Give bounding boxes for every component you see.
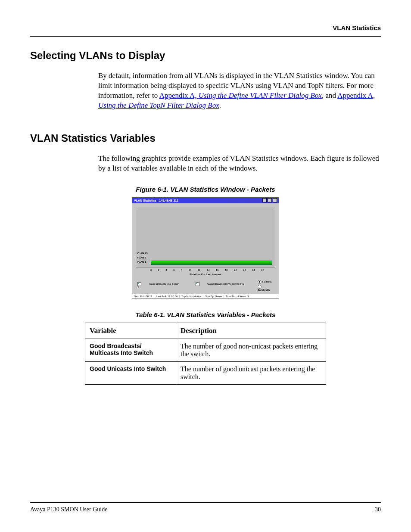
table-row: Good Broadcasts/ Multicasts Into Switch …: [85, 339, 326, 361]
link-appendix-a-vlan-filter[interactable]: Appendix A, Using the Define VLAN Filter…: [159, 91, 322, 100]
radio-label: Packets: [262, 280, 271, 283]
x-tick: 18: [225, 269, 228, 271]
x-tick: 24: [252, 269, 255, 271]
para-text: .: [219, 101, 221, 109]
status-bar: Next Poll: 00:11 Last Poll: 17:20:54 Top…: [132, 294, 279, 299]
radio-icon: [258, 280, 262, 284]
bar-chart: VLAN 23 VLAN 3 VLAN 1: [136, 207, 275, 268]
footer-page-number: 30: [375, 506, 381, 513]
link-italic: Using the Define TopN Filter Dialog Box: [98, 101, 219, 109]
table-caption: Table 6-1. VLAN Statistics Variables - P…: [30, 311, 381, 318]
section-heading-selecting: Selecting VLANs to Display: [30, 50, 381, 62]
link-plain: Appendix A,: [159, 91, 197, 100]
bar-vlan1: [151, 261, 272, 265]
link-plain: Appendix A,: [337, 91, 375, 100]
x-tick: 4: [165, 269, 167, 271]
window-titlebar: VLAN Statistics - 149.49.48.211: [132, 198, 279, 203]
close-icon: [273, 198, 277, 202]
cell-variable: Good Unicasts Into Switch: [85, 361, 176, 384]
figure-caption: Figure 6-1. VLAN Statistics Window - Pac…: [30, 186, 381, 193]
section1-paragraph: By default, information from all VLANs i…: [98, 71, 381, 111]
page-footer: Avaya P130 SMON User Guide 30: [30, 502, 381, 513]
y-tick-label: VLAN 1: [137, 261, 146, 263]
minimize-icon: [262, 198, 267, 202]
link-italic: Using the Define VLAN Filter Dialog Box: [199, 91, 322, 100]
x-tick: 14: [207, 269, 210, 271]
running-header: VLAN Statistics: [30, 24, 381, 31]
y-tick-label: VLAN 3: [137, 256, 146, 259]
section2-paragraph: The following graphics provide examples …: [98, 154, 381, 174]
status-topn: Top N: Not Active: [181, 295, 203, 298]
window-control-icons: [262, 198, 277, 203]
x-tick: 6: [173, 269, 174, 271]
variables-table: Variable Description Good Broadcasts/ Mu…: [85, 323, 326, 385]
x-tick: 8: [181, 269, 182, 271]
cell-variable: Good Broadcasts/ Multicasts Into Switch: [85, 339, 176, 361]
cell-description: The number of good unicast packets enter…: [176, 361, 326, 384]
x-tick: 12: [198, 269, 201, 271]
radio-icon: [258, 285, 262, 289]
y-tick-label: VLAN 23: [137, 252, 148, 255]
x-tick: 16: [216, 269, 219, 271]
col-header-description: Description: [176, 323, 326, 339]
status-total: Total No. of Items: 3: [226, 295, 250, 298]
section-heading-variables: VLAN Statistics Variables: [30, 132, 381, 144]
x-tick: 20: [234, 269, 237, 271]
figure-window: VLAN Statistics - 149.49.48.211 VLAN 23 …: [132, 197, 279, 299]
footer-left: Avaya P130 SMON User Guide: [30, 506, 107, 513]
radio-label: Bandwidth: [258, 289, 270, 291]
cell-description: The number of good non-unicast packets e…: [176, 339, 326, 361]
x-tick: 10: [189, 269, 192, 271]
status-next-poll: Next Poll: 00:11: [134, 295, 154, 298]
x-tick: 0: [150, 269, 152, 271]
col-header-variable: Variable: [85, 323, 176, 339]
header-rule: [30, 36, 381, 37]
x-axis: 0 2 4 6 8 10 12 14 16 18 20 22 24 26: [136, 268, 275, 271]
checkbox-icon: [137, 282, 141, 286]
status-last-poll: Last Poll: 17:20:54: [156, 295, 180, 298]
window-title: VLAN Statistics - 149.49.48.211: [134, 199, 178, 202]
legend-label: Good Unicasts Into Switch: [149, 283, 179, 285]
x-tick: 26: [261, 269, 264, 271]
legend-checkboxes: Good Unicasts Into Switch Good Broadcast…: [137, 282, 258, 289]
x-tick: 2: [158, 269, 159, 271]
maximize-icon: [268, 198, 272, 202]
x-axis-label: Pkts/Sec For Last Interval: [136, 271, 275, 278]
x-tick: 22: [243, 269, 246, 271]
checkbox-icon: [196, 282, 199, 286]
table-row: Good Unicasts Into Switch The number of …: [85, 361, 326, 384]
table-header-row: Variable Description: [85, 323, 326, 339]
footer-rule: [30, 502, 381, 503]
status-sort: Sort By: Name: [205, 295, 224, 298]
para-text: , and: [322, 91, 337, 100]
